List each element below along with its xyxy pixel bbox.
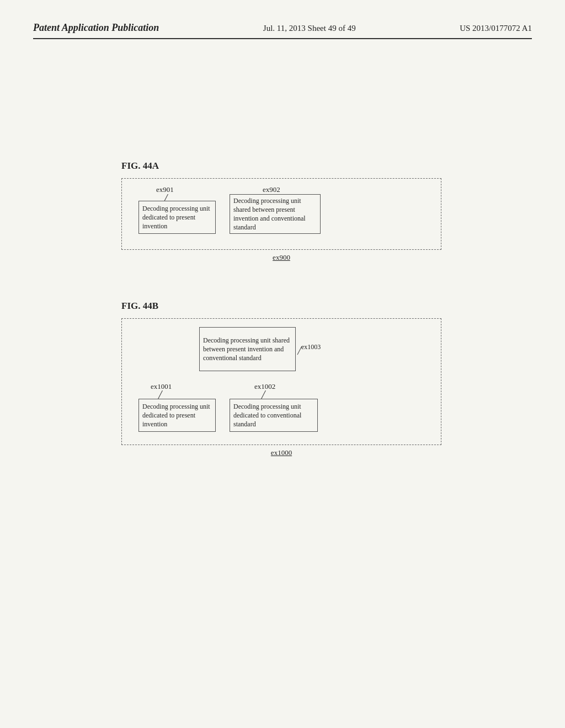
fig44b-ref-ex1003: ex1003	[301, 343, 321, 351]
fig44a-box1-text: Decoding processing unit dedicated to pr…	[142, 204, 212, 231]
page-header: Patent Application Publication Jul. 11, …	[33, 22, 532, 39]
fig44a-outer-box: ex901 ╱ ex902 ╱ Decoding processing unit…	[121, 178, 441, 250]
fig44b-arrow-ex1003: ╱	[297, 346, 302, 355]
fig44a-title: FIG. 44A	[121, 160, 532, 172]
fig44b-box-top: Decoding processing unit shared between …	[199, 327, 296, 371]
fig44a-section: FIG. 44A ex901 ╱ ex902 ╱ Decoding proces…	[121, 160, 532, 262]
fig44b-box-bl-text: Decoding processing unit dedicated to pr…	[142, 402, 212, 429]
page: Patent Application Publication Jul. 11, …	[0, 0, 565, 728]
fig44a-box2: Decoding processing unit shared between …	[230, 194, 321, 234]
mid-spacer	[33, 262, 532, 295]
fig44b-ref-ex1002: ex1002	[254, 382, 275, 391]
fig44b-outer-label: ex1000	[121, 448, 441, 457]
header-publication-label: Patent Application Publication	[33, 22, 159, 34]
fig44a-ref-ex901: ex901	[156, 185, 174, 194]
header-patent-number: US 2013/0177072 A1	[460, 24, 532, 33]
fig44a-box1: Decoding processing unit dedicated to pr…	[138, 201, 216, 234]
fig44a-ref-ex902: ex902	[263, 185, 280, 194]
fig44b-box-br: Decoding processing unit dedicated to co…	[230, 399, 318, 432]
fig44b-section: FIG. 44B ex1003 ╱ Decoding processing un…	[121, 301, 532, 457]
fig44b-outer-box: ex1003 ╱ Decoding processing unit shared…	[121, 318, 441, 445]
fig44b-box-br-text: Decoding processing unit dedicated to co…	[233, 402, 314, 429]
top-spacer	[33, 56, 532, 155]
fig44b-title: FIG. 44B	[121, 301, 532, 312]
fig44b-ref-ex1001: ex1001	[151, 382, 172, 391]
fig44b-box-top-text: Decoding processing unit shared between …	[203, 336, 292, 363]
fig44b-box-bl: Decoding processing unit dedicated to pr…	[138, 399, 216, 432]
header-date-sheet: Jul. 11, 2013 Sheet 49 of 49	[263, 24, 356, 33]
fig44a-box2-text: Decoding processing unit shared between …	[233, 196, 317, 232]
fig44a-outer-label: ex900	[121, 253, 441, 262]
